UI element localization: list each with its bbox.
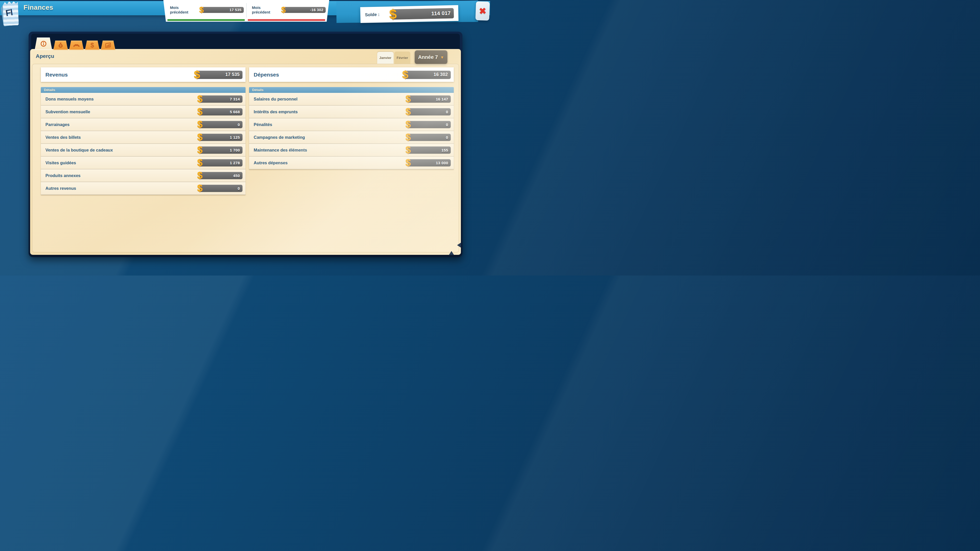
year-dropdown-button[interactable]: Année 7 ▼ (415, 50, 447, 64)
value-badge: $0 (200, 185, 242, 192)
close-icon: ✖ (479, 6, 487, 15)
expenses-total-value: 16 302 (434, 72, 448, 77)
dollar-icon: $ (406, 145, 411, 155)
dollar-icon: $ (406, 94, 411, 103)
expense-indicator-bar (248, 19, 325, 21)
month-tab-janvier[interactable]: Janvier (377, 52, 393, 64)
handshake-icon (73, 42, 80, 49)
tab-moneybag[interactable] (53, 41, 68, 50)
table-row: Parrainages $0 (41, 118, 245, 131)
value-badge: $0 (408, 134, 451, 141)
balance-value: 114 017 (431, 10, 451, 17)
tab-chart[interactable] (101, 41, 115, 50)
revenues-total-value: 17 535 (225, 72, 240, 77)
dollar-icon: $ (402, 69, 408, 80)
dollar-icon: $ (197, 132, 203, 142)
previous-month-expense-badge: $ -16 302 (283, 7, 326, 13)
panel-edge-notch (457, 242, 461, 248)
table-row: Produits annexes $450 (41, 169, 245, 182)
moneybag-icon (57, 42, 64, 48)
chevron-down-icon: ▼ (440, 55, 444, 59)
table-row: Subvention mensuelle $5 668 (41, 106, 245, 118)
table-row: Ventes des billets $1 125 (41, 131, 245, 144)
table-row: Dons mensuels moyens $7 314 (41, 93, 245, 106)
tab-overview[interactable] (35, 38, 52, 50)
revenues-total-badge: $ 17 535 (196, 71, 242, 79)
previous-month-summary-panel: Mois précédent $ 17 535 Mois précédent $… (163, 0, 329, 22)
month-tab-fevrier[interactable]: Février (394, 52, 410, 64)
dollar-icon: $ (197, 94, 203, 103)
value-badge: $1 125 (200, 134, 242, 141)
value-badge: $0 (408, 108, 451, 115)
year-dropdown-label: Année 7 (418, 54, 438, 60)
info-icon (40, 40, 47, 47)
value-badge: $1 278 (200, 159, 242, 166)
dollar-icon: $ (406, 158, 411, 167)
expenses-details-header: Détails (249, 87, 454, 93)
dollar-icon: $ (197, 107, 203, 116)
value-badge: $5 668 (200, 108, 242, 115)
table-row: Maintenance des éléments $155 (249, 144, 454, 157)
expenses-header-card: Dépenses $ 16 302 (249, 67, 454, 82)
overview-panel: Aperçu Janvier Février Année 7 ▼ Revenus… (30, 49, 461, 255)
tab-dollar[interactable]: $ (85, 41, 100, 50)
previous-month-income-value: 17 535 (229, 8, 242, 12)
value-badge: $16 147 (408, 95, 451, 103)
value-badge: $7 314 (200, 95, 242, 103)
previous-month-income-badge: $ 17 535 (202, 7, 244, 13)
tab-bar: $ (35, 38, 115, 50)
dollar-icon: $ (91, 42, 94, 48)
table-row: Salaires du personnel $16 147 (249, 93, 454, 106)
section-title: Aperçu (36, 53, 54, 59)
tab-handshake[interactable] (69, 41, 84, 50)
revenues-title: Revenus (45, 72, 68, 78)
income-indicator-bar (167, 19, 245, 21)
month-tab-fevrier-label: Février (396, 56, 408, 60)
previous-month-expense-value: -16 302 (310, 8, 323, 12)
value-badge: $1 700 (200, 146, 242, 154)
dollar-icon: $ (197, 183, 203, 193)
value-badge: $450 (200, 172, 242, 179)
panel-edge-notch (449, 251, 454, 256)
table-row: Visites guidées $1 278 (41, 157, 245, 169)
balance-badge: $ 114 017 (391, 8, 454, 19)
dollar-icon: $ (199, 6, 204, 14)
table-row: Campagnes de marketing $0 (249, 131, 454, 144)
previous-month-expense-label: Mois précédent (252, 5, 277, 14)
dollar-icon: $ (406, 107, 411, 116)
divider (246, 3, 247, 17)
value-badge: $0 (200, 121, 242, 128)
balance-label: Solde : (365, 12, 380, 17)
table-row: Pénalités $0 (249, 118, 454, 131)
dollar-icon: $ (197, 145, 203, 155)
table-row: Intérêts des emprunts $0 (249, 106, 454, 118)
dollar-icon: $ (197, 158, 203, 167)
page-title: Finances (24, 3, 53, 11)
table-row: Ventes de la boutique de cadeaux $1 700 (41, 144, 245, 157)
dollar-icon: $ (406, 132, 411, 142)
expenses-title: Dépenses (254, 72, 279, 78)
previous-month-income-label: Mois précédent (170, 5, 194, 14)
value-badge: $0 (408, 121, 451, 128)
revenues-table: Dons mensuels moyens $7 314 Subvention m… (41, 93, 245, 195)
revenues-column: Revenus $ 17 535 Détails Dons mensuels m… (41, 67, 245, 195)
dollar-icon: $ (197, 171, 203, 180)
expenses-total-badge: $ 16 302 (404, 71, 451, 79)
dollar-icon: $ (197, 120, 203, 129)
finances-icon: Fl (3, 1, 19, 26)
table-row: Autres revenus $0 (41, 182, 245, 195)
previous-month-expense: Mois précédent $ -16 302 (247, 0, 329, 22)
dollar-icon: $ (389, 7, 397, 21)
month-tab-janvier-label: Janvier (379, 56, 391, 60)
expenses-table: Salaires du personnel $16 147 Intérêts d… (249, 93, 454, 169)
balance-panel: Solde : $ 114 017 (360, 5, 458, 23)
dollar-icon: $ (406, 120, 411, 129)
close-button[interactable]: ✖ (476, 1, 490, 21)
dollar-icon: $ (281, 6, 286, 14)
value-badge: $155 (408, 146, 451, 154)
previous-month-income: Mois précédent $ 17 535 (163, 0, 247, 22)
dollar-icon: $ (194, 69, 200, 80)
revenues-details-header: Détails (41, 87, 245, 93)
table-row: Autres dépenses $13 000 (249, 157, 454, 169)
revenues-header-card: Revenus $ 17 535 (41, 67, 245, 82)
